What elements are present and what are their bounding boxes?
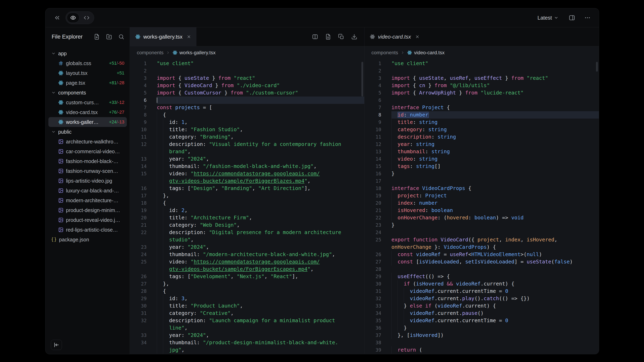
code-editor[interactable]: 1"use client"23import { useState, useRef… <box>364 59 599 354</box>
code-line: 35 videoRef.current.currentTime = 0 <box>364 317 599 324</box>
tree-file-works-galler[interactable]: works-galler…+24/-13 <box>48 117 127 127</box>
code-line: 11 category: "Branding", <box>130 133 364 141</box>
code-editor[interactable]: 1"use client"23import { useState } from … <box>130 59 364 354</box>
collapse-panel-button[interactable] <box>54 14 61 21</box>
code-line: 2 <box>130 67 364 74</box>
tree-file-luxury-car-black-and-[interactable]: luxury-car-black-and-… <box>48 186 127 195</box>
tree-file-custom-curs[interactable]: custom-curs…+33/-12 <box>48 97 127 107</box>
line-number: 36 <box>364 324 381 332</box>
latest-dropdown[interactable]: Latest <box>536 14 560 21</box>
line-number: 32 <box>130 317 146 324</box>
code-line: 18 { <box>130 199 364 207</box>
split-editor-button[interactable] <box>312 34 318 40</box>
search-button[interactable] <box>118 34 124 40</box>
tree-file-fashion-model-black-[interactable]: fashion-model-black-… <box>48 156 127 166</box>
breadcrumb-folder[interactable]: components <box>372 50 398 55</box>
tree-folder-components[interactable]: components <box>48 88 127 97</box>
breadcrumb-file[interactable]: video-card.tsx <box>407 50 444 55</box>
line-number: 26 <box>364 251 381 258</box>
tree-file-architecture-walkthro[interactable]: architecture-walkthro… <box>48 137 127 146</box>
close-tab-button[interactable] <box>415 34 420 39</box>
line-number: 5 <box>364 89 381 96</box>
layout-panel-button[interactable] <box>569 14 575 21</box>
chevron-down-icon <box>554 15 558 20</box>
tree-file-product-reveal-video.j[interactable]: product-reveal-video.j… <box>48 215 127 225</box>
open-file-button[interactable] <box>325 34 331 40</box>
collapse-sidebar-button[interactable] <box>51 340 62 350</box>
line-number: 21 <box>130 221 146 229</box>
tree-folder-app[interactable]: app <box>48 48 127 58</box>
code-line: 31 videoRef.current.currentTime = 0 <box>364 288 599 295</box>
tree-file-lips-artistic-video.jpg[interactable]: lips-artistic-video.jpg <box>48 176 127 186</box>
tree-item-label: works-galler… <box>66 119 98 125</box>
line-number <box>130 148 146 155</box>
react-icon <box>370 34 375 39</box>
code-line: 23} <box>364 221 599 229</box>
line-number: 30 <box>130 302 146 310</box>
code-line: 16 tags: ["Design", "Branding", "Art Dir… <box>130 185 364 192</box>
breadcrumb: components video-card.tsx <box>364 46 599 59</box>
new-file-button[interactable] <box>94 34 100 40</box>
breadcrumb-file[interactable]: works-gallery.tsx <box>172 50 216 55</box>
line-number: 15 <box>364 163 381 170</box>
code-mode-button[interactable] <box>80 13 93 23</box>
react-icon <box>407 50 412 55</box>
close-tab-button[interactable] <box>187 34 191 39</box>
react-icon <box>58 80 64 85</box>
code-line: 30 title: "Product Launch", <box>130 302 364 310</box>
tab-label: works-gallery.tsx <box>143 34 182 40</box>
code-line: 4import { VideoCard } from "./video-card… <box>130 82 364 89</box>
code-line: 22 onHoverChange: (hovered: boolean) => … <box>364 214 599 221</box>
image-icon <box>58 227 64 232</box>
tab-video-card[interactable]: video-card.tsx <box>364 27 425 46</box>
tree-file-globals.css[interactable]: globals.css+51/-50 <box>48 58 127 68</box>
tree-file-layout.tsx[interactable]: layout.tsx+51 <box>48 68 127 78</box>
tree-file-modern-architecture-[interactable]: modern-architecture-… <box>48 195 127 205</box>
breadcrumb-file-label: works-gallery.tsx <box>180 50 216 55</box>
code-line: 25 video: "https://commondatastorage.goo… <box>130 258 364 266</box>
breadcrumb-file-label: video-card.tsx <box>414 50 444 55</box>
tree-item-label: layout.tsx <box>66 70 88 76</box>
line-number <box>130 324 146 332</box>
line-number: 29 <box>130 295 146 302</box>
line-number: 31 <box>364 288 381 295</box>
line-number: 34 <box>130 339 146 346</box>
line-number: 4 <box>130 82 146 89</box>
line-number: 2 <box>130 67 146 74</box>
line-number: 12 <box>130 141 146 148</box>
diff-stats: +81/-28 <box>109 80 124 85</box>
tree-folder-public[interactable]: public <box>48 127 127 137</box>
tree-file-car-commercial-video[interactable]: car-commercial-video… <box>48 146 127 156</box>
code-line: 14 video: string <box>364 155 599 163</box>
search-icon <box>118 34 124 40</box>
code-line: 18interface VideoCardProps { <box>364 185 599 192</box>
code-line: 21 category: "Web Design", <box>130 221 364 229</box>
new-folder-button[interactable] <box>106 34 112 40</box>
editor-panes: works-gallery.tsx <box>130 27 599 354</box>
tree-file-video-card.tsx[interactable]: video-card.tsx+76/-27 <box>48 107 127 117</box>
tree-file-fashion-runway-scen[interactable]: fashion-runway-scen… <box>48 166 127 176</box>
tree-file-product-design-minim[interactable]: product-design-minim… <box>48 205 127 215</box>
tree-file-page.tsx[interactable]: page.tsx+81/-28 <box>48 78 127 88</box>
line-number: 14 <box>130 163 146 170</box>
line-number: 10 <box>364 126 381 133</box>
tree-file-red-lips-artistic-close[interactable]: red-lips-artistic-close… <box>48 225 127 235</box>
code-line: 37 }, [isHovered]) <box>364 332 599 339</box>
breadcrumb-folder[interactable]: components <box>137 50 164 55</box>
tree-item-label: product-design-minim… <box>66 207 120 213</box>
more-options-button[interactable] <box>584 14 591 21</box>
tab-works-gallery[interactable]: works-gallery.tsx <box>130 27 196 46</box>
code-line: 7interface Project { <box>364 104 599 111</box>
tree-item-label: package.json <box>59 237 89 243</box>
preview-mode-button[interactable] <box>67 13 80 23</box>
file-text-icon <box>325 34 331 40</box>
panel-right-icon <box>569 14 575 21</box>
code-line: 12 description: "Visual identity for a c… <box>130 141 364 148</box>
copy-button[interactable] <box>338 34 344 40</box>
code-line: 28 { <box>130 288 364 295</box>
tree-file-package.json[interactable]: package.json <box>48 235 127 245</box>
tree-item-label: video-card.tsx <box>66 109 98 115</box>
code-line: 3import { useState, useRef, useEffect } … <box>364 74 599 82</box>
download-button[interactable] <box>351 34 357 40</box>
code-line: jpg", <box>130 346 364 354</box>
